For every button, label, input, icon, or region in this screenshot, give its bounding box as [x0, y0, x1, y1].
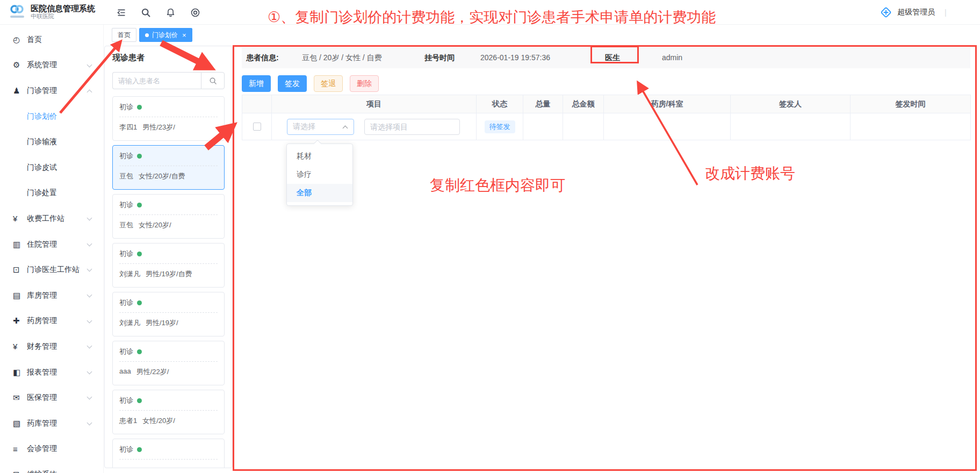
user-badge-diamond-icon[interactable]: [880, 6, 892, 18]
patient-card[interactable]: 初诊 豆包女性/20岁/: [112, 194, 225, 239]
menu-fold-icon[interactable]: [115, 6, 127, 18]
sidebar-item-outpatient-mgmt[interactable]: ♟ 门诊管理: [0, 78, 103, 104]
user-role-label[interactable]: 超级管理员: [897, 8, 935, 17]
sidebar-item-home[interactable]: ◴ 首页: [0, 27, 103, 53]
column-header-quantity: 总量: [523, 95, 563, 113]
hospital-name: 中联医院: [31, 13, 95, 20]
status-dot-green: [137, 349, 142, 354]
tab-outpatient-pricing[interactable]: 门诊划价 ×: [139, 28, 192, 42]
sidebar-item-system-mgmt[interactable]: ⚙ 系统管理: [0, 53, 103, 78]
chevron-down-icon: [87, 395, 92, 400]
notification-bell-icon[interactable]: [164, 6, 176, 18]
current-patients-panel: 现诊患者 初诊 李四1男性/23岁/ 初诊 豆包女性/20岁/自费 初诊 豆包女…: [104, 46, 233, 468]
sidebar-item-outpatient-disposal[interactable]: 门诊处置: [0, 181, 103, 206]
sidebar-item-pharmacy-mgmt[interactable]: ✚ 药房管理: [0, 309, 103, 334]
checkout-button[interactable]: 签退: [314, 75, 343, 92]
status-dot-green: [137, 447, 142, 452]
status-dot-green: [137, 398, 142, 403]
sidebar-item-inpatient-mgmt[interactable]: ▥ 住院管理: [0, 232, 103, 257]
sidebar-item-outpatient-skin-test[interactable]: 门诊皮试: [0, 155, 103, 181]
active-tab-dot: [145, 33, 149, 37]
app-logo: 医院信息管理系统 中联医院: [9, 3, 95, 20]
status-dot-green: [137, 105, 142, 110]
chevron-down-icon: [87, 216, 92, 221]
yen-icon: ¥: [13, 342, 27, 351]
toolbar: 新增 签发 签退 删除: [242, 75, 379, 92]
tab-close-icon[interactable]: ×: [182, 32, 186, 39]
hospital-logo-icon: [9, 3, 26, 20]
sidebar-item-outpatient-pricing[interactable]: 门诊划价: [0, 104, 103, 130]
patient-card[interactable]: 初诊 李四1男性/23岁/: [112, 96, 225, 141]
patient-card[interactable]: 初诊 患者1女性/20岁/: [112, 390, 225, 434]
table-row: 请选择 待签发: [242, 113, 971, 140]
dropdown-option-all[interactable]: 全部: [287, 184, 352, 202]
patient-info-bar: 患者信息: 豆包 / 20岁 / 女性 / 自费 挂号时间 2026-01-19…: [242, 47, 970, 68]
fullscreen-circle-icon[interactable]: [189, 6, 201, 18]
patient-search-input[interactable]: [112, 72, 201, 89]
sidebar-item-outpatient-infusion[interactable]: 门诊输液: [0, 129, 103, 155]
item-type-select[interactable]: 请选择: [287, 119, 354, 135]
sidebar-item-doctor-workstation[interactable]: ⊡ 门诊医生工作站: [0, 257, 103, 283]
grid-icon: ⊞: [13, 470, 27, 473]
patient-card-selected[interactable]: 初诊 豆包女性/20岁/自费: [112, 145, 225, 190]
document-icon: ▤: [13, 291, 27, 300]
patient-card[interactable]: 初诊 刘潇凡男性/19岁/自费: [112, 243, 225, 288]
monitor-icon: ⊡: [13, 265, 27, 275]
item-name-input[interactable]: [364, 119, 460, 135]
sidebar-item-warehouse-mgmt[interactable]: ▤ 库房管理: [0, 283, 103, 309]
patient-search-button[interactable]: [201, 72, 225, 89]
pharmacy-dept-cell: [604, 113, 731, 140]
chevron-down-icon: [87, 241, 92, 246]
sidebar-item-drugstore-mgmt[interactable]: ▧ 药库管理: [0, 411, 103, 436]
status-badge-pending: 待签发: [485, 120, 515, 133]
dropdown-option-consumable[interactable]: 耗材: [287, 147, 352, 166]
sidebar-item-consultation-mgmt[interactable]: ≡ 会诊管理: [0, 436, 103, 462]
list-icon: ≡: [13, 445, 27, 454]
add-button[interactable]: 新增: [242, 75, 271, 92]
chevron-down-icon: [87, 343, 92, 349]
report-book-icon: ◧: [13, 368, 27, 377]
chevron-down-icon: [87, 267, 92, 272]
patient-card[interactable]: 初诊 aaa男性/22岁/: [112, 341, 225, 385]
chevron-down-icon: [87, 420, 92, 425]
patient-info-label: 患者信息:: [246, 53, 279, 63]
column-header-amount: 总金额: [563, 95, 604, 113]
sidebar-item-charging-workstation[interactable]: ¥ 收费工作站: [0, 206, 103, 232]
sidebar-item-finance-mgmt[interactable]: ¥ 财务管理: [0, 334, 103, 360]
bar-chart-icon: ▥: [13, 240, 27, 249]
chevron-down-icon: [87, 369, 92, 374]
patient-info-value: 豆包 / 20岁 / 女性 / 自费: [302, 53, 382, 63]
delete-button[interactable]: 删除: [350, 75, 379, 92]
topbar-divider: |: [945, 8, 947, 17]
dropdown-option-treatment[interactable]: 诊疗: [287, 166, 352, 184]
registration-time-label: 挂号时间: [424, 53, 455, 63]
chevron-down-icon: [87, 292, 92, 297]
picture-icon: ▧: [13, 419, 27, 428]
sidebar-item-maintain-system[interactable]: ⊞ 维护系统: [0, 462, 103, 473]
search-icon[interactable]: [140, 6, 152, 18]
tab-home[interactable]: 首页: [112, 28, 136, 42]
row-select-checkbox[interactable]: [253, 123, 261, 131]
sidebar-item-insurance-mgmt[interactable]: ✉ 医保管理: [0, 385, 103, 411]
issuer-cell: [731, 113, 851, 140]
sidebar-item-report-mgmt[interactable]: ◧ 报表管理: [0, 360, 103, 385]
column-header-issue-time: 签发时间: [851, 95, 971, 113]
amount-cell: [563, 113, 604, 140]
medical-cross-icon: ✚: [13, 316, 27, 326]
patient-card[interactable]: 初诊 刘潇凡男性/19岁/: [112, 292, 225, 336]
column-header-checkbox: [242, 95, 272, 113]
chevron-up-icon: [87, 90, 92, 95]
users-icon: ♟: [13, 86, 27, 96]
topbar: 医院信息管理系统 中联医院 超级管理员 |: [0, 0, 980, 25]
dashboard-icon: ◴: [13, 35, 27, 45]
chevron-down-icon: [87, 62, 92, 67]
issue-button[interactable]: 签发: [278, 75, 307, 92]
pricing-work-area: 患者信息: 豆包 / 20岁 / 女性 / 自费 挂号时间 2026-01-19…: [233, 45, 977, 471]
column-header-status: 状态: [477, 95, 523, 113]
app-title: 医院信息管理系统: [31, 4, 95, 13]
chevron-up-icon: [343, 125, 348, 131]
status-dot-green: [137, 203, 142, 207]
patient-card[interactable]: 初诊: [112, 439, 225, 468]
status-dot-green: [137, 252, 142, 256]
doctor-value: admin: [662, 53, 682, 62]
